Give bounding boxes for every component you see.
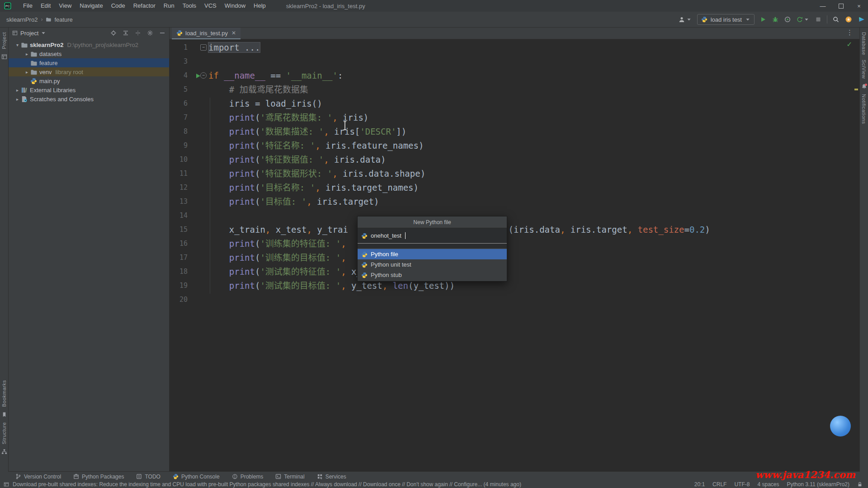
run-config-selector[interactable]: load iris test	[697, 14, 755, 25]
close-button[interactable]: ×	[850, 0, 868, 12]
toolwindow-terminal[interactable]: Terminal	[275, 474, 304, 480]
option-python-unit-test[interactable]: Python unit test	[358, 259, 507, 270]
tab-options-kebab-icon[interactable]: ⋮	[846, 28, 853, 37]
tree-item-label: main.py	[39, 78, 60, 84]
debug-button[interactable]	[772, 16, 778, 23]
menu-window[interactable]: Window	[221, 0, 250, 12]
toolwindow-python-packages[interactable]: Python Packages	[73, 474, 124, 480]
lock-icon[interactable]	[857, 482, 863, 487]
tool-window-bar: Version ControlPython PackagesTODOPython…	[0, 471, 868, 481]
floating-avatar-badge[interactable]	[830, 416, 851, 436]
breadcrumb-folder[interactable]: feature	[54, 16, 72, 23]
maximize-button[interactable]	[832, 0, 850, 12]
tree-expander-icon[interactable]: ▸	[24, 70, 30, 75]
status-right-widgets: 20:1 CRLF UTF-8 4 spaces Python 3.11 (sk…	[694, 481, 863, 488]
toolwindow-python-console[interactable]: Python Console	[173, 474, 220, 480]
code-line: 6 iris = load_iris()	[170, 97, 853, 111]
tree-expander-icon[interactable]: ▸	[14, 88, 21, 93]
menu-code[interactable]: Code	[107, 0, 129, 12]
plugin-orange-icon[interactable]	[845, 16, 852, 23]
settings-gear-icon[interactable]	[147, 30, 153, 36]
filename-input[interactable]: onehot_test	[358, 228, 507, 244]
tree-item-venv[interactable]: ▸venvlibrary root	[9, 67, 169, 76]
tree-expander-icon[interactable]: ▸	[14, 97, 21, 102]
interpreter[interactable]: Python 3.11 (sklearnPro2)	[787, 481, 849, 488]
line-ending[interactable]: CRLF	[712, 481, 726, 488]
tree-item-sklearnpro2[interactable]: ▾sklearnPro2D:\python_proj\sklearnPro2	[9, 40, 169, 49]
toolwindow-problems[interactable]: Problems	[232, 474, 264, 480]
view-options-icon[interactable]	[135, 30, 141, 36]
coverage-button[interactable]	[797, 16, 809, 23]
hide-panel-icon[interactable]	[159, 30, 165, 36]
line-number: 6	[170, 97, 188, 111]
search-everywhere-button[interactable]	[833, 16, 839, 23]
status-bar: Download pre-built shared indexes: Reduc…	[0, 481, 868, 488]
tree-item-main-py[interactable]: main.py	[9, 76, 169, 85]
collapse-all-icon[interactable]	[123, 30, 129, 36]
tree-item-detail: library root	[55, 69, 83, 75]
tab-close-icon[interactable]: ✕	[231, 30, 236, 36]
fold-marker-icon[interactable]: −	[200, 72, 207, 79]
menu-edit[interactable]: Edit	[37, 0, 55, 12]
stripe-bookmarks-label[interactable]: Bookmarks	[1, 380, 7, 407]
menu-refactor[interactable]: Refactor	[129, 0, 160, 12]
plugin-teal-icon[interactable]	[858, 16, 865, 23]
bookmark-icon[interactable]	[1, 412, 7, 418]
toolwindow-todo[interactable]: TODO	[136, 474, 160, 480]
menu-vcs[interactable]: VCS	[200, 0, 221, 12]
code-text: import ...	[208, 41, 260, 55]
menu-help[interactable]: Help	[250, 0, 270, 12]
select-opened-file-icon[interactable]	[110, 30, 117, 36]
menu-tools[interactable]: Tools	[179, 0, 200, 12]
tree-item-external-libraries[interactable]: ▸External Libraries	[9, 85, 169, 94]
chevron-down-icon[interactable]	[41, 30, 46, 36]
tab-load-iris-test[interactable]: load_iris_test.py ✕	[172, 28, 241, 39]
stop-button[interactable]	[815, 16, 821, 23]
toolwindow-services[interactable]: Services	[317, 474, 346, 480]
status-message[interactable]: Download pre-built shared indexes: Reduc…	[13, 481, 521, 488]
run-button[interactable]	[760, 16, 766, 23]
menu-view[interactable]: View	[55, 0, 75, 12]
window-layout-icon[interactable]	[4, 482, 9, 487]
line-number: 13	[170, 195, 188, 209]
tree-item-datasets[interactable]: ▸datasets	[9, 49, 169, 58]
folder-icon	[30, 60, 37, 66]
line-number: 18	[170, 265, 188, 279]
toolwindow-label: Python Packages	[82, 474, 124, 480]
menu-file[interactable]: File	[19, 0, 37, 12]
project-panel-title[interactable]: Project	[20, 30, 38, 37]
option-python-file[interactable]: Python file	[358, 249, 507, 259]
stripe-sciview-label[interactable]: SciView	[861, 60, 867, 79]
stripe-structure-label[interactable]: Structure	[1, 422, 7, 444]
fold-marker-icon[interactable]: −	[200, 44, 207, 51]
profile-menu[interactable]	[679, 16, 692, 23]
profile-button[interactable]	[784, 16, 791, 23]
tree-expander-icon[interactable]: ▾	[14, 42, 21, 47]
option-python-stub[interactable]: Python stub	[358, 270, 507, 280]
minimize-button[interactable]: —	[814, 0, 832, 12]
stripe-project-label[interactable]: Project	[1, 32, 7, 49]
toolwindow-version-control[interactable]: Version Control	[15, 474, 61, 480]
menu-run[interactable]: Run	[160, 0, 179, 12]
code-line: 9 print('特征名称: ', iris.feature_names)	[170, 139, 853, 153]
tree-item-scratches-and-consoles[interactable]: ▸Scratches and Consoles	[9, 94, 169, 103]
breadcrumb-separator: ›	[41, 16, 42, 23]
toolwindow-label: Services	[326, 474, 346, 480]
menu-navigate[interactable]: Navigate	[75, 0, 107, 12]
run-config-label: load iris test	[711, 16, 742, 23]
caret-position[interactable]: 20:1	[694, 481, 705, 488]
right-tool-stripe: Database SciView Notifications	[859, 28, 868, 472]
stripe-database-label[interactable]: Database	[861, 32, 867, 55]
breadcrumb-project[interactable]: sklearnPro2	[6, 16, 38, 23]
structure-icon[interactable]	[1, 449, 7, 455]
indent-setting[interactable]: 4 spaces	[757, 481, 779, 488]
editor-area[interactable]: load_iris_test.py ✕ ⋮ ✓ 1−import ...34−i…	[170, 28, 859, 472]
stripe-notifications-label[interactable]: Notifications	[861, 94, 867, 124]
file-encoding[interactable]: UTF-8	[734, 481, 750, 488]
tree-item-feature[interactable]: feature	[9, 58, 169, 67]
tree-expander-icon[interactable]: ▸	[24, 52, 30, 56]
project-stripe-icon[interactable]	[1, 54, 7, 60]
code-lines[interactable]: 1−import ...34−if __name__ == '__main__'…	[170, 41, 853, 307]
pycharm-logo-icon: PC	[4, 2, 12, 10]
bell-icon[interactable]	[861, 84, 867, 89]
